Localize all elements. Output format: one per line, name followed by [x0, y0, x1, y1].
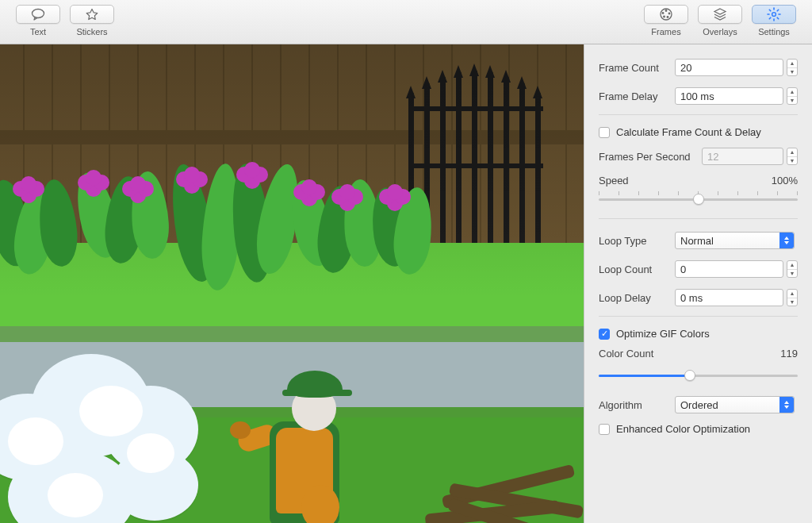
settings-button[interactable]: [752, 5, 796, 24]
text-button[interactable]: [16, 5, 60, 24]
stickers-label: Stickers: [76, 27, 107, 37]
chevron-down-icon[interactable]: ▼: [787, 298, 797, 306]
chevron-down-icon[interactable]: ▼: [787, 68, 797, 76]
speed-slider[interactable]: [599, 191, 798, 207]
loop-delay-label: Loop Delay: [599, 292, 675, 304]
overlays-label: Overlays: [703, 27, 737, 37]
loop-type-dropdown[interactable]: Normal: [675, 232, 795, 249]
svg-point-0: [33, 10, 44, 18]
chevron-up-icon[interactable]: ▲: [787, 60, 797, 68]
optimize-checkbox[interactable]: [599, 329, 610, 340]
speech-icon: [31, 8, 45, 21]
preview-canvas: [0, 44, 584, 523]
chevron-up-icon[interactable]: ▲: [787, 88, 797, 97]
toolbar-item-stickers[interactable]: Stickers: [70, 5, 114, 37]
speed-value: 100%: [772, 175, 798, 187]
star-icon: [85, 8, 99, 21]
loop-type-value: Normal: [680, 235, 714, 247]
frames-button[interactable]: [644, 5, 688, 24]
chevron-up-icon: ▲: [787, 148, 797, 157]
frame-count-stepper[interactable]: ▲ ▼: [787, 59, 798, 76]
fps-field: 12: [702, 148, 783, 165]
enhanced-checkbox-label: Enhanced Color Optimization: [616, 423, 750, 435]
toolbar-item-text[interactable]: Text: [16, 5, 60, 37]
chevron-down-icon[interactable]: ▼: [787, 97, 797, 105]
svg-point-2: [665, 10, 668, 12]
fps-label: Frames Per Second: [599, 151, 702, 163]
frame-count-field[interactable]: 20: [675, 59, 783, 76]
loop-delay-stepper[interactable]: ▲ ▼: [787, 289, 798, 306]
algorithm-dropdown[interactable]: Ordered: [675, 396, 795, 413]
calculate-checkbox[interactable]: [599, 127, 610, 138]
algorithm-value: Ordered: [680, 399, 718, 411]
gear-icon: [767, 7, 781, 21]
svg-point-5: [663, 16, 665, 18]
svg-point-4: [667, 16, 669, 18]
color-count-slider[interactable]: [599, 367, 798, 383]
frame-delay-label: Frame Delay: [599, 90, 675, 102]
overlays-button[interactable]: [698, 5, 742, 24]
updown-arrows-icon: [779, 233, 794, 248]
optimize-checkbox-label: Optimize GIF Colors: [616, 328, 710, 340]
color-count-label: Color Count: [599, 348, 653, 360]
toolbar-item-overlays[interactable]: Overlays: [698, 5, 742, 37]
enhanced-checkbox[interactable]: [599, 424, 610, 435]
loop-count-stepper[interactable]: ▲ ▼: [787, 260, 798, 278]
svg-point-6: [662, 12, 665, 14]
loop-count-field[interactable]: 0: [675, 260, 783, 278]
loop-type-label: Loop Type: [599, 235, 675, 247]
settings-panel: Frame Count 20 ▲ ▼ Frame Delay 100 ms ▲ …: [584, 44, 812, 523]
fps-stepper: ▲ ▼: [787, 148, 798, 165]
frame-delay-stepper[interactable]: ▲ ▼: [787, 87, 798, 105]
chevron-down-icon[interactable]: ▼: [787, 270, 797, 278]
settings-label: Settings: [758, 27, 790, 37]
reel-icon: [659, 7, 673, 21]
gardener-illustration: [214, 366, 389, 523]
main: Frame Count 20 ▲ ▼ Frame Delay 100 ms ▲ …: [0, 44, 812, 523]
frame-count-label: Frame Count: [599, 62, 675, 74]
color-count-value: 119: [780, 348, 798, 360]
updown-arrows-icon: [779, 397, 794, 413]
chevron-down-icon: ▼: [787, 157, 797, 165]
stickers-button[interactable]: [70, 5, 114, 24]
algorithm-label: Algorithm: [599, 399, 675, 411]
loop-delay-field[interactable]: 0 ms: [675, 289, 783, 306]
svg-point-3: [668, 13, 671, 15]
calculate-checkbox-label: Calculate Frame Count & Delay: [616, 126, 761, 138]
toolbar-item-frames[interactable]: Frames: [644, 5, 688, 37]
text-label: Text: [30, 27, 46, 37]
svg-point-7: [772, 13, 776, 17]
toolbar-item-settings[interactable]: Settings: [752, 5, 796, 37]
chevron-up-icon[interactable]: ▲: [787, 290, 797, 298]
chevron-up-icon[interactable]: ▲: [787, 261, 797, 270]
layers-icon: [713, 7, 727, 21]
frames-label: Frames: [651, 27, 680, 37]
loop-count-label: Loop Count: [599, 263, 675, 275]
toolbar: Text Stickers Frames Overlays: [0, 0, 812, 44]
frame-delay-field[interactable]: 100 ms: [675, 87, 783, 105]
speed-label: Speed: [599, 175, 629, 187]
